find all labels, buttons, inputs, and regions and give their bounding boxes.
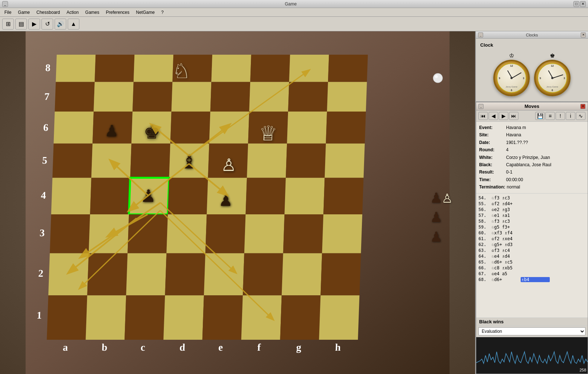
cell-f5[interactable] [247,144,287,178]
cell-b4[interactable] [90,178,130,214]
cell-h8[interactable] [328,55,368,82]
move-white-58[interactable]: ♘f3 ♗c3 [492,219,521,224]
cell-d7[interactable] [171,82,212,112]
flag-button[interactable]: ▲ [68,19,79,30]
move-white-57[interactable]: ♘e1 ♗a1 [492,213,521,218]
cell-g6[interactable] [287,112,327,144]
menu-game[interactable]: Game [15,9,33,16]
move-white-64[interactable]: ♘e4 ♗d4 [492,254,521,259]
cell-d3[interactable] [166,214,207,253]
cell-e1[interactable] [202,295,243,340]
moves-minimize-button[interactable]: _ [478,104,484,109]
menu-help[interactable]: ? [158,9,167,16]
move-black-68[interactable]: ♗b4 [521,277,550,282]
last-move-button[interactable]: ⏭ [509,112,518,120]
move-row-68[interactable]: 68.♘d6+♗b4 [478,277,586,283]
menu-action[interactable]: Action [64,9,82,16]
minimize-button[interactable]: _ [2,1,8,7]
move-white-56[interactable]: ♔e2 ♗g3 [492,207,521,212]
sound-button[interactable]: 🔊 [55,19,66,30]
new-game-button[interactable]: ⊞ [2,19,14,30]
cell-g5[interactable] [286,144,326,178]
move-row-59[interactable]: 59.♘g5 f3+ [478,224,586,230]
cell-b1[interactable] [86,295,126,340]
info-button[interactable]: i [566,112,575,120]
cell-d4[interactable] [168,178,208,214]
cell-h6[interactable] [326,112,366,144]
move-white-66[interactable]: ♘c8 ♗xb5 [492,265,521,270]
cell-h5[interactable] [325,144,365,178]
cell-c5[interactable] [130,144,170,178]
cell-c8[interactable] [134,55,173,82]
cell-f7[interactable] [249,82,289,112]
cell-d6[interactable] [170,112,210,144]
clock-minimize-button[interactable]: _ [478,32,483,38]
close-button[interactable]: ✕ [580,1,586,7]
menu-preferences[interactable]: Preferences [103,9,133,16]
menu-games[interactable]: Games [82,9,102,16]
menu-file[interactable]: File [1,9,14,16]
cell-h7[interactable] [327,82,367,112]
cell-f8[interactable] [250,55,290,82]
play-button[interactable]: ▶ [28,19,40,30]
cell-g7[interactable] [288,82,328,112]
cell-c7[interactable] [133,82,173,112]
move-white-65[interactable]: ♘d6+ ♗c5 [492,260,521,265]
exclaim-button[interactable]: ! [556,112,565,120]
cell-g8[interactable] [289,55,329,82]
cell-h2[interactable] [320,253,361,295]
move-row-57[interactable]: 57.♘e1 ♗a1 [478,213,586,218]
cell-h3[interactable] [322,214,362,253]
cell-c1[interactable] [125,295,165,340]
move-white-62[interactable]: ♘g5+ ♗d3 [492,242,521,247]
cell-f3[interactable] [244,214,285,253]
move-white-60[interactable]: ♘xf3 ♗f4 [492,230,521,235]
rotate-button[interactable]: ↺ [42,19,53,30]
move-white-61[interactable]: ♔f2 ♗xe4 [492,236,521,241]
move-row-63[interactable]: 63.♔f3 ♗c4 [478,248,586,253]
save-button[interactable]: 💾 [535,112,545,120]
cell-e3[interactable] [205,214,246,253]
cell-h1[interactable] [319,295,359,340]
move-row-58[interactable]: 58.♘f3 ♗c3 [478,218,586,224]
menu-netgame[interactable]: NetGame [133,9,158,16]
cell-a7[interactable] [55,82,95,112]
cell-a6[interactable] [54,112,94,144]
cell-e7[interactable] [210,82,250,112]
list-button[interactable]: ≡ [545,112,555,120]
maximize-button[interactable]: □ [573,1,579,7]
cell-b2[interactable] [87,253,128,295]
cell-a2[interactable] [48,253,89,295]
move-row-56[interactable]: 56.♔e2 ♗g3 [478,207,586,213]
move-row-66[interactable]: 66.♘c8 ♗xb5 [478,265,586,271]
prev-move-button[interactable]: ◀ [489,112,498,120]
cell-a5[interactable] [52,144,92,178]
next-move-button[interactable]: ▶ [499,112,508,120]
menu-chessboard[interactable]: Chessboard [33,9,63,16]
cell-a4[interactable] [51,178,91,214]
move-white-55[interactable]: ♔f2 ♗d4+ [492,201,521,206]
open-button[interactable]: ▤ [15,19,27,30]
move-white-68[interactable]: ♘d6+ [492,277,521,282]
cell-f4[interactable] [246,178,286,214]
cell-f2[interactable] [243,253,283,295]
cell-a8[interactable] [56,55,95,82]
cell-f1[interactable] [241,295,282,340]
move-row-60[interactable]: 60.♘xf3 ♗f4 [478,230,586,236]
cell-a3[interactable] [50,214,90,253]
move-white-67[interactable]: ♔e4 a5 [492,271,521,276]
move-row-65[interactable]: 65.♘d6+ ♗c5 [478,259,586,265]
move-row-61[interactable]: 61.♔f2 ♗xe4 [478,236,586,242]
moves-close-button[interactable]: ✕ [580,104,585,109]
move-row-67[interactable]: 67.♔e4 a5 [478,271,586,277]
move-row-62[interactable]: 62.♘g5+ ♗d3 [478,242,586,248]
move-white-63[interactable]: ♔f3 ♗c4 [492,248,521,253]
graph-button[interactable]: ∿ [576,112,585,120]
chess-board-svg[interactable]: 8 7 6 5 4 3 2 1 a b c d e f g h [0,31,475,374]
move-white-59[interactable]: ♘g5 f3+ [492,225,521,230]
cell-d2[interactable] [165,253,205,295]
clock-close-button[interactable]: ✕ [581,32,586,38]
cell-g1[interactable] [280,295,320,340]
cell-h4[interactable] [323,178,363,214]
chess-area[interactable]: 8 7 6 5 4 3 2 1 a b c d e f g h [0,31,475,374]
